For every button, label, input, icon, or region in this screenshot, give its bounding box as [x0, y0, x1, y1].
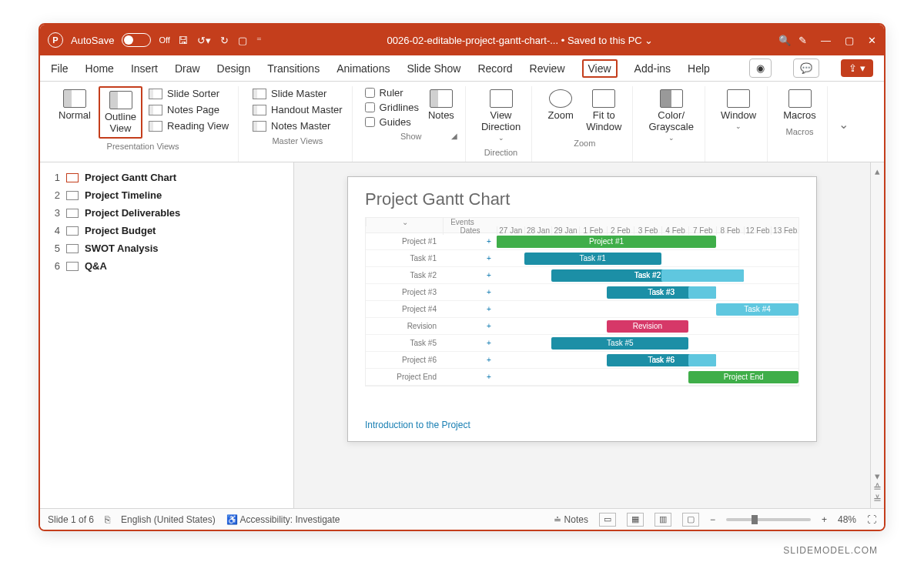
share-button[interactable]: ⇪ ▾ — [841, 59, 873, 77]
slide-master-button[interactable]: Slide Master — [249, 86, 346, 101]
scroll-down-icon[interactable]: ▾ — [875, 470, 880, 482]
gridlines-checkbox[interactable]: Gridlines — [363, 101, 420, 114]
normal-view-button[interactable]: Normal — [54, 86, 95, 124]
slide-master-icon — [253, 89, 266, 99]
add-icon[interactable]: + — [481, 356, 497, 364]
scroll-up-icon[interactable]: ▴ — [875, 166, 880, 177]
add-icon[interactable]: + — [481, 254, 497, 263]
fit-slide-icon[interactable]: ⛶ — [867, 514, 876, 525]
chevron-down-icon: ⌄ — [498, 134, 504, 142]
slide-thumb-icon — [66, 209, 79, 218]
language-status[interactable]: English (United States) — [121, 514, 216, 525]
add-icon[interactable]: + — [481, 305, 497, 313]
tab-insert[interactable]: Insert — [131, 62, 158, 75]
tab-home[interactable]: Home — [85, 62, 114, 75]
ribbon-collapse-icon[interactable]: ⌄ — [839, 117, 855, 132]
slide-canvas[interactable]: Project Gantt Chart ⌄ Events Dates 27 Ja… — [294, 162, 870, 508]
maximize-button[interactable]: ▢ — [845, 35, 854, 46]
slide-sorter-view-icon[interactable]: ▦ — [627, 513, 644, 527]
outline-view-button[interactable]: Outline View — [99, 86, 142, 139]
add-icon[interactable]: + — [481, 322, 497, 330]
outline-item[interactable]: 6Q&A — [48, 257, 286, 275]
add-icon[interactable]: + — [481, 237, 497, 246]
present-icon[interactable]: ▢ — [238, 35, 247, 46]
fit-to-window-button[interactable]: Fit to Window — [581, 86, 626, 135]
autosave-state: Off — [159, 35, 169, 45]
tab-design[interactable]: Design — [217, 62, 251, 75]
notes-page-button[interactable]: Notes Page — [146, 102, 232, 117]
add-icon[interactable]: + — [481, 339, 497, 347]
document-title[interactable]: 0026-02-editable-project-gantt-chart-...… — [270, 35, 771, 46]
outline-pane[interactable]: 1Project Gantt Chart2Project Timeline3Pr… — [40, 162, 294, 508]
gantt-row: Project #6+Task #6Task #6 — [366, 352, 798, 369]
zoom-in-button[interactable]: + — [822, 514, 827, 525]
slide-sorter-button[interactable]: Slide Sorter — [146, 86, 232, 101]
qat-more-icon[interactable]: ⁼ — [256, 35, 262, 46]
tab-transitions[interactable]: Transitions — [267, 62, 320, 75]
slide-thumb-icon — [66, 173, 79, 182]
notes-button[interactable]: Notes — [424, 86, 459, 124]
gantt-col-expand[interactable]: ⌄ — [366, 218, 443, 226]
outline-item[interactable]: 3Project Deliverables — [48, 204, 286, 222]
zoom-level[interactable]: 48% — [838, 514, 856, 525]
tab-draw[interactable]: Draw — [175, 62, 200, 75]
save-icon[interactable]: 🖫 — [178, 35, 188, 46]
prev-slide-icon[interactable]: ≙ — [873, 482, 882, 493]
search-icon[interactable]: 🔍 — [778, 35, 791, 46]
comments-button[interactable]: 💬 — [793, 59, 819, 78]
slide-footer-link[interactable]: Introduction to the Project — [365, 420, 470, 430]
close-button[interactable]: ✕ — [868, 35, 876, 46]
handout-master-icon — [253, 105, 266, 115]
undo-icon[interactable]: ↺▾ — [197, 35, 211, 46]
view-direction-button[interactable]: View Direction ⌄ — [477, 86, 525, 145]
macros-button[interactable]: Macros — [778, 86, 821, 124]
outline-item[interactable]: 5SWOT Analysis — [48, 239, 286, 257]
handout-master-button[interactable]: Handout Master — [249, 102, 346, 117]
zoom-button[interactable]: Zoom — [543, 86, 578, 124]
tab-record[interactable]: Record — [477, 62, 512, 75]
normal-view-icon[interactable]: ▭ — [599, 513, 616, 527]
tab-addins[interactable]: Add-ins — [634, 62, 671, 75]
redo-icon[interactable]: ↻ — [220, 35, 229, 46]
slide-thumb-icon — [66, 191, 79, 200]
tab-review[interactable]: Review — [530, 62, 565, 75]
tab-slide-show[interactable]: Slide Show — [407, 62, 460, 75]
vertical-scrollbar[interactable]: ▴ ▾ ≙ ≚ — [870, 162, 884, 508]
chevron-down-icon[interactable]: ⌄ — [644, 35, 653, 46]
reading-view-icon[interactable]: ▥ — [654, 513, 671, 527]
accessibility-status[interactable]: ♿ Accessibility: Investigate — [226, 514, 340, 525]
tab-view[interactable]: View — [582, 59, 618, 78]
add-icon[interactable]: + — [481, 271, 497, 279]
slide-counter[interactable]: Slide 1 of 6 — [48, 514, 94, 525]
color-grayscale-button[interactable]: Color/ Grayscale ⌄ — [644, 86, 698, 145]
zoom-out-button[interactable]: − — [710, 514, 715, 525]
outline-item[interactable]: 1Project Gantt Chart — [48, 169, 286, 186]
quick-access-toolbar: 🖫 ↺▾ ↻ ▢ ⁼ — [178, 35, 262, 46]
zoom-icon — [549, 89, 572, 108]
show-launcher-icon[interactable]: ◢ — [451, 132, 457, 140]
add-icon[interactable]: + — [481, 373, 497, 381]
notes-master-icon — [253, 121, 266, 132]
pen-icon[interactable]: ✎ — [798, 35, 807, 46]
tab-animations[interactable]: Animations — [336, 62, 390, 75]
reading-view-button[interactable]: Reading View — [146, 119, 232, 133]
notes-master-button[interactable]: Notes Master — [249, 119, 346, 133]
chevron-down-icon: ⌄ — [735, 122, 742, 130]
camera-button[interactable]: ◉ — [749, 59, 772, 78]
minimize-button[interactable]: — — [821, 35, 831, 46]
window-button[interactable]: Window ⌄ — [716, 86, 761, 133]
spellcheck-icon[interactable]: ⎘ — [105, 514, 110, 525]
guides-checkbox[interactable]: Guides — [363, 115, 420, 129]
outline-item[interactable]: 2Project Timeline — [48, 186, 286, 204]
tab-help[interactable]: Help — [688, 62, 710, 75]
next-slide-icon[interactable]: ≚ — [873, 493, 882, 505]
ruler-checkbox[interactable]: Ruler — [363, 86, 420, 99]
slideshow-view-icon[interactable]: ▢ — [682, 513, 699, 527]
zoom-slider[interactable] — [726, 518, 811, 521]
notes-toggle[interactable]: ≐ Notes — [554, 514, 588, 525]
outline-item[interactable]: 4Project Budget — [48, 222, 286, 239]
autosave-toggle[interactable] — [122, 33, 151, 47]
tab-file[interactable]: File — [51, 62, 69, 75]
group-macros: Macros Macros — [772, 86, 828, 162]
add-icon[interactable]: + — [481, 288, 497, 296]
